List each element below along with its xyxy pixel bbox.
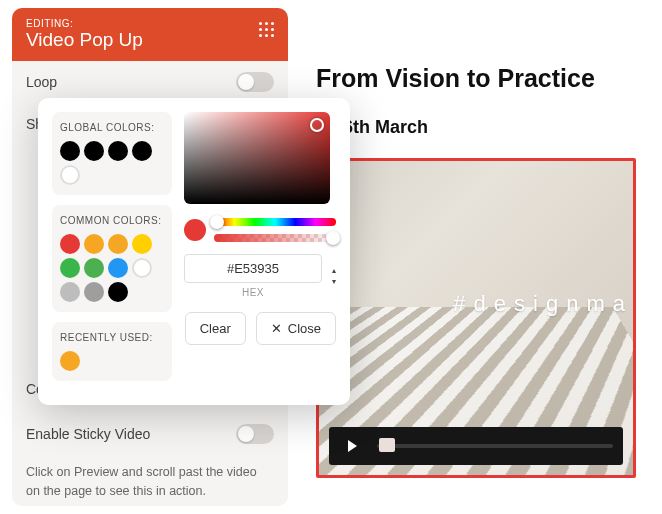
setting-loop: Loop [12, 61, 288, 103]
saturation-cursor[interactable] [310, 118, 324, 132]
common-swatch[interactable] [132, 234, 152, 254]
sidebar-header: EDITING: Video Pop Up [12, 8, 288, 61]
clear-button[interactable]: Clear [185, 312, 246, 345]
chevron-up-icon: ▴ [332, 266, 336, 275]
play-button[interactable] [339, 433, 365, 459]
alpha-knob[interactable] [326, 231, 340, 245]
close-button[interactable]: ✕Close [256, 312, 336, 345]
recent-colors-label: RECENTLY USED: [60, 332, 164, 343]
enable-sticky-toggle[interactable] [236, 424, 274, 444]
common-swatch[interactable] [60, 282, 80, 302]
close-icon: ✕ [271, 321, 282, 336]
common-colors-box: COMMON COLORS: [52, 205, 172, 312]
common-swatch[interactable] [108, 282, 128, 302]
video-overlay-text: #designma [453, 291, 633, 317]
current-color-preview [184, 219, 206, 241]
loop-toggle[interactable] [236, 72, 274, 92]
common-colors-label: COMMON COLORS: [60, 215, 164, 226]
global-colors-box: GLOBAL COLORS: [52, 112, 172, 195]
hue-knob[interactable] [210, 215, 224, 229]
common-swatch[interactable] [60, 258, 80, 278]
recent-swatch[interactable] [60, 351, 80, 371]
loop-label: Loop [26, 74, 57, 90]
alpha-slider[interactable] [214, 234, 336, 242]
global-colors-label: GLOBAL COLORS: [60, 122, 164, 133]
preview-date: d-26th March [316, 117, 636, 138]
editing-label: EDITING: [26, 18, 274, 29]
hue-slider[interactable] [214, 218, 336, 226]
video-controls-bar [329, 427, 623, 465]
video-frame: #designma [316, 158, 636, 478]
common-swatch[interactable] [108, 258, 128, 278]
global-swatch[interactable] [60, 141, 80, 161]
global-swatch[interactable] [132, 141, 152, 161]
global-swatch[interactable] [108, 141, 128, 161]
preview-panel: From Vision to Practice d-26th March #de… [302, 8, 650, 506]
play-icon [345, 439, 359, 453]
common-swatch[interactable] [60, 234, 80, 254]
common-swatch[interactable] [108, 234, 128, 254]
format-spinner[interactable]: ▴ ▾ [332, 266, 336, 286]
recent-colors-row [60, 351, 164, 371]
enable-sticky-label: Enable Sticky Video [26, 426, 150, 442]
global-swatch-empty[interactable] [60, 165, 80, 185]
common-swatch[interactable] [84, 282, 104, 302]
progress-knob[interactable] [379, 438, 395, 452]
common-swatch[interactable] [84, 258, 104, 278]
recent-colors-box: RECENTLY USED: [52, 322, 172, 381]
video-progress[interactable] [377, 444, 613, 448]
common-colors-row [60, 234, 164, 302]
hex-type-label: HEX [184, 287, 322, 298]
hex-input[interactable] [184, 254, 322, 283]
common-swatch[interactable] [84, 234, 104, 254]
chevron-down-icon: ▾ [332, 277, 336, 286]
color-picker-popover: GLOBAL COLORS: COMMON COLORS: [38, 98, 350, 405]
sticky-help-text: Click on Preview and scroll past the vid… [12, 455, 288, 506]
global-colors-row [60, 141, 164, 185]
saturation-field[interactable] [184, 112, 330, 204]
global-swatch[interactable] [84, 141, 104, 161]
preview-heading: From Vision to Practice [316, 64, 636, 93]
editing-title: Video Pop Up [26, 29, 274, 51]
drag-grid-icon[interactable] [259, 22, 274, 37]
common-swatch[interactable] [132, 258, 152, 278]
setting-enable-sticky: Enable Sticky Video [12, 413, 288, 455]
